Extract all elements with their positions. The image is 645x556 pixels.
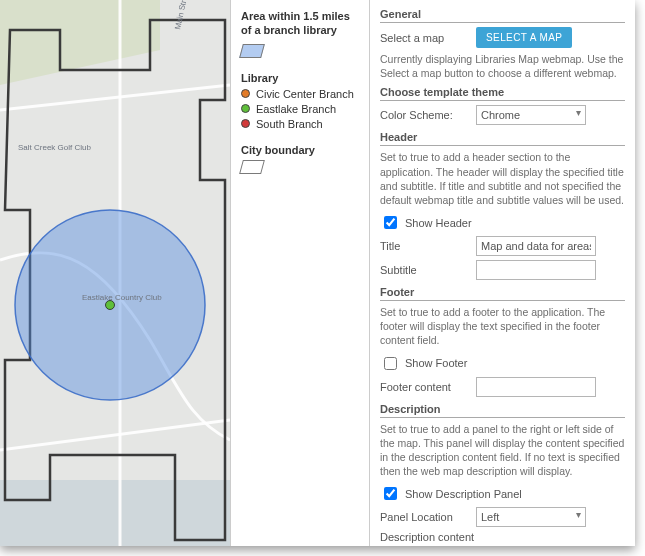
show-description-panel-checkbox[interactable] (384, 487, 397, 500)
description-desc: Set to true to add a panel to the right … (380, 422, 625, 479)
select-map-label: Select a map (380, 32, 468, 44)
header-desc: Set to true to add a header section to t… (380, 150, 625, 207)
dot-icon (241, 119, 250, 128)
section-title-header: Header (380, 131, 625, 146)
legend-library-label: South Branch (256, 118, 323, 130)
config-panel[interactable]: General Select a map SELECT A MAP Curren… (370, 0, 635, 546)
legend-library-row: Eastlake Branch (241, 103, 359, 115)
map-canvas[interactable]: Salt Creek Golf Club Eastlake Country Cl… (0, 0, 230, 546)
dot-icon (241, 89, 250, 98)
section-title-general: General (380, 8, 625, 23)
boundary-swatch-icon (239, 160, 265, 174)
legend-library-heading: Library (241, 72, 359, 84)
dot-icon (241, 104, 250, 113)
subtitle-label: Subtitle (380, 264, 468, 276)
app-root: Salt Creek Golf Club Eastlake Country Cl… (0, 0, 635, 546)
legend-panel: Area within 1.5 miles of a branch librar… (230, 0, 370, 546)
section-title-footer: Footer (380, 286, 625, 301)
section-title-description: Description (380, 403, 625, 418)
show-footer-label: Show Footer (405, 357, 467, 369)
panel-location-select[interactable]: Left (476, 507, 586, 527)
general-current-map-text: Currently displaying Libraries Map webma… (380, 52, 625, 80)
legend-library-row: South Branch (241, 118, 359, 130)
panel-location-label: Panel Location (380, 511, 468, 523)
map-panel[interactable]: Salt Creek Golf Club Eastlake Country Cl… (0, 0, 230, 546)
show-header-label: Show Header (405, 217, 472, 229)
show-footer-checkbox[interactable] (384, 357, 397, 370)
area-swatch-icon (239, 44, 265, 58)
footer-content-label: Footer content (380, 381, 468, 393)
section-title-theme: Choose template theme (380, 86, 625, 101)
legend-title: Area within 1.5 miles of a branch librar… (241, 10, 359, 38)
svg-rect-2 (0, 480, 230, 546)
footer-desc: Set to true to add a footer to the appli… (380, 305, 625, 348)
show-description-panel-label: Show Description Panel (405, 488, 522, 500)
title-label: Title (380, 240, 468, 252)
color-scheme-select[interactable]: Chrome (476, 105, 586, 125)
svg-text:Salt Creek Golf Club: Salt Creek Golf Club (18, 143, 91, 152)
legend-library-row: Civic Center Branch (241, 88, 359, 100)
legend-boundary-swatch-row (241, 160, 359, 174)
show-header-checkbox[interactable] (384, 216, 397, 229)
description-content-label: Description content (380, 531, 474, 544)
svg-text:Eastlake Country Club: Eastlake Country Club (82, 293, 162, 302)
subtitle-input[interactable] (476, 260, 596, 280)
legend-library-label: Civic Center Branch (256, 88, 354, 100)
legend-boundary-heading: City boundary (241, 144, 359, 156)
legend-library-label: Eastlake Branch (256, 103, 336, 115)
color-scheme-label: Color Scheme: (380, 109, 468, 121)
select-map-button[interactable]: SELECT A MAP (476, 27, 572, 48)
footer-content-input[interactable] (476, 377, 596, 397)
title-input[interactable] (476, 236, 596, 256)
legend-area-swatch-row (241, 44, 359, 58)
